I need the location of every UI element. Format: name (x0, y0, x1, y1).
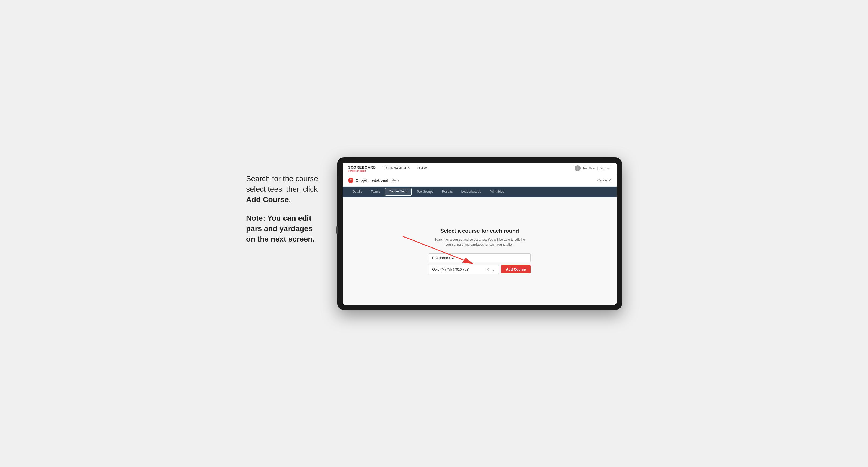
tee-clear-button[interactable]: ✕ (486, 267, 490, 272)
tournament-gender: (Men) (390, 179, 399, 182)
add-course-button[interactable]: Add Course (501, 265, 531, 274)
logo-area: SCOREBOARD Powered by clippd (348, 165, 376, 172)
sign-out-link[interactable]: Sign out (600, 167, 611, 170)
separator: | (597, 167, 598, 170)
card-title: Select a course for each round (429, 228, 531, 234)
top-nav-right: T Test User | Sign out (575, 165, 611, 171)
top-nav: SCOREBOARD Powered by clippd TOURNAMENTS… (343, 163, 617, 175)
nav-link-teams[interactable]: TEAMS (417, 166, 429, 170)
tab-details[interactable]: Details (348, 187, 367, 197)
card-subtitle: Search for a course and select a tee. Yo… (429, 237, 531, 247)
tee-select-row: Gold (M) (M) (7010 yds) ✕ ⌄ Add Course (429, 265, 531, 274)
tablet-frame: SCOREBOARD Powered by clippd TOURNAMENTS… (337, 157, 622, 310)
tee-value-label: Gold (M) (M) (7010 yds) (432, 267, 469, 271)
course-search-input[interactable] (429, 253, 531, 262)
top-nav-links: TOURNAMENTS TEAMS (384, 166, 575, 170)
tee-select-dropdown[interactable]: Gold (M) (M) (7010 yds) ✕ ⌄ (429, 265, 499, 274)
annotation-area: Search for the course, select tees, then… (246, 157, 321, 253)
course-select-card: Select a course for each round Search fo… (429, 228, 531, 274)
annotation-paragraph-1: Search for the course, select tees, then… (246, 174, 321, 205)
logo-sub: Powered by clippd (348, 169, 376, 172)
page-wrapper: Search for the course, select tees, then… (246, 157, 622, 310)
tablet-side-button (336, 226, 338, 234)
tee-select-controls: ✕ ⌄ (486, 267, 495, 272)
tournament-title-area: C Clippd Invitational (Men) (348, 178, 399, 183)
cancel-label: Cancel (597, 179, 608, 182)
annotation-bold-1: Add Course (246, 195, 289, 204)
logo: SCOREBOARD Powered by clippd (348, 165, 376, 172)
user-label: Test User (583, 167, 595, 170)
annotation-paragraph-2: Note: You can edit pars and yardages on … (246, 213, 321, 245)
tab-results[interactable]: Results (437, 187, 457, 197)
tee-expand-button[interactable]: ⌄ (491, 267, 495, 272)
tournament-title: Clippd Invitational (355, 178, 388, 183)
tournament-icon: C (348, 178, 353, 183)
tab-leaderboards[interactable]: Leaderboards (457, 187, 485, 197)
cancel-button[interactable]: Cancel ✕ (597, 179, 611, 182)
content-area: Select a course for each round Search fo… (343, 197, 617, 305)
tab-printables[interactable]: Printables (486, 187, 508, 197)
tab-teams[interactable]: Teams (367, 187, 384, 197)
tablet-screen: SCOREBOARD Powered by clippd TOURNAMENTS… (343, 163, 617, 305)
cancel-icon: ✕ (609, 179, 611, 182)
user-avatar: T (575, 165, 581, 171)
tournament-header: C Clippd Invitational (Men) Cancel ✕ (343, 175, 617, 187)
tab-nav: Details Teams Course Setup Tee Groups Re… (343, 187, 617, 197)
nav-link-tournaments[interactable]: TOURNAMENTS (384, 166, 410, 170)
tab-tee-groups[interactable]: Tee Groups (412, 187, 437, 197)
logo-text: SCOREBOARD (348, 165, 376, 169)
annotation-bold-2: Note: You can edit pars and yardages on … (246, 214, 315, 243)
tab-course-setup[interactable]: Course Setup (385, 188, 412, 196)
